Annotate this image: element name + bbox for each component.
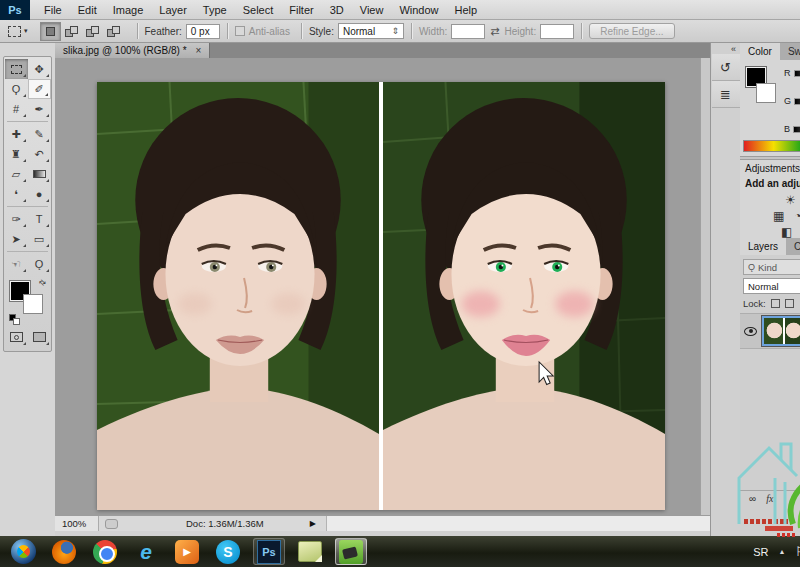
blush-left xyxy=(178,293,212,315)
style-select[interactable]: Normal ⇕ xyxy=(338,23,404,39)
portrait-before[interactable] xyxy=(97,82,379,510)
layer-thumbnail[interactable] xyxy=(762,316,800,346)
green-channel-label: G xyxy=(784,96,791,106)
tool-hand[interactable]: ☜ xyxy=(5,254,28,274)
zoom-level-field[interactable]: 100% xyxy=(55,516,99,531)
menu-3d[interactable]: 3D xyxy=(322,0,352,19)
exposure-icon[interactable]: ◧ xyxy=(781,224,792,238)
screen-mode-button[interactable] xyxy=(28,327,51,347)
tool-rectangle-shape[interactable]: ▭ xyxy=(28,229,51,249)
layer-filter-row[interactable]: Ǫ Kind xyxy=(743,259,800,275)
menu-type[interactable]: Type xyxy=(195,0,235,19)
new-selection-button[interactable] xyxy=(40,22,61,41)
menu-window[interactable]: Window xyxy=(391,0,446,19)
tool-spot-healing-brush[interactable]: ✚ xyxy=(5,124,28,144)
menu-file[interactable]: File xyxy=(36,0,70,19)
start-button[interactable] xyxy=(7,538,39,565)
taskbar-skype[interactable]: S xyxy=(212,538,244,565)
tool-clone-stamp[interactable]: ♜ xyxy=(5,144,28,164)
canvas-area[interactable] xyxy=(55,58,710,515)
layer-visibility-eye-icon[interactable] xyxy=(744,327,757,336)
menu-edit[interactable]: Edit xyxy=(70,0,105,19)
tab-swatches[interactable]: Swatches xyxy=(780,43,800,60)
tool-brush[interactable]: ✎ xyxy=(28,124,51,144)
brightness-contrast-icon[interactable]: ☀ xyxy=(785,192,796,208)
levels-icon[interactable]: ▦ xyxy=(773,208,784,224)
background-color-swatch[interactable] xyxy=(756,83,776,103)
taskbar-internet-explorer[interactable]: e xyxy=(130,538,162,565)
width-input[interactable] xyxy=(451,24,485,39)
refine-edge-button[interactable]: Refine Edge... xyxy=(589,23,674,39)
background-color-swatch[interactable] xyxy=(23,294,43,314)
tool-move[interactable]: ✥ xyxy=(28,59,51,79)
document-image[interactable] xyxy=(97,82,665,510)
tool-gradient[interactable] xyxy=(28,164,51,184)
taskbar-media-player[interactable]: ▶ xyxy=(171,538,203,565)
tool-rectangular-marquee[interactable] xyxy=(5,59,28,79)
taskbar-firefox[interactable] xyxy=(48,538,80,565)
tool-crop[interactable]: # xyxy=(5,99,28,119)
tab-layers[interactable]: Layers xyxy=(740,238,786,255)
antialias-checkbox[interactable] xyxy=(235,26,245,36)
tool-pen[interactable]: ✑ xyxy=(5,209,28,229)
curves-icon[interactable]: ◔ xyxy=(794,208,800,224)
taskbar-photoshop[interactable]: Ps xyxy=(253,538,285,565)
lock-transparency-icon[interactable] xyxy=(771,299,780,308)
tool-quick-selection[interactable]: ✐ xyxy=(28,79,51,99)
taskbar-capture-app[interactable] xyxy=(335,538,367,565)
tool-lasso[interactable]: Ϙ xyxy=(5,79,28,99)
taskbar-notes[interactable] xyxy=(294,538,326,565)
link-dimensions-icon[interactable]: ⇄ xyxy=(490,25,499,38)
subtract-selection-button[interactable] xyxy=(82,22,103,41)
menu-select[interactable]: Select xyxy=(235,0,282,19)
tool-path-selection[interactable]: ➤ xyxy=(5,229,28,249)
tool-eyedropper[interactable]: ✒ xyxy=(28,99,51,119)
close-icon[interactable]: × xyxy=(196,46,202,56)
tool-type[interactable]: T xyxy=(28,209,51,229)
properties-icon: ≣ xyxy=(720,87,731,102)
status-menu-arrow-icon[interactable]: ▶ xyxy=(310,519,316,528)
layer-style-fx-icon[interactable]: fx xyxy=(766,493,773,504)
lock-position-icon[interactable] xyxy=(785,299,794,308)
action-center-flag-icon[interactable]: ⚐ xyxy=(795,544,800,559)
blue-slider[interactable] xyxy=(793,126,800,133)
tool-blur[interactable]: ❛ xyxy=(5,184,28,204)
tool-history-brush[interactable]: ↶ xyxy=(28,144,51,164)
add-selection-button[interactable] xyxy=(61,22,82,41)
canvas-scrollbar[interactable] xyxy=(700,58,710,515)
tool-eraser[interactable]: ▱ xyxy=(5,164,28,184)
quick-mask-button[interactable] xyxy=(5,327,28,347)
menu-layer[interactable]: Layer xyxy=(151,0,195,19)
show-hidden-icons-arrow[interactable]: ▲ xyxy=(778,548,785,555)
menu-filter[interactable]: Filter xyxy=(281,0,321,19)
eye-glint xyxy=(501,264,503,266)
document-tab[interactable]: slika.jpg @ 100% (RGB/8) * × xyxy=(55,43,210,58)
layer-row-background[interactable] xyxy=(740,313,800,349)
link-layers-icon[interactable]: ∞ xyxy=(749,493,756,504)
tool-zoom[interactable]: Ǫ xyxy=(28,254,51,274)
taskbar-chrome[interactable] xyxy=(89,538,121,565)
eye-glint xyxy=(272,265,274,267)
color-spectrum-ramp[interactable] xyxy=(743,140,800,152)
portrait-after[interactable] xyxy=(383,82,665,510)
collapse-dock-icon[interactable]: « xyxy=(711,43,740,54)
menu-view[interactable]: View xyxy=(352,0,392,19)
menu-help[interactable]: Help xyxy=(447,0,486,19)
red-slider[interactable] xyxy=(794,70,800,77)
green-slider[interactable] xyxy=(794,98,800,105)
tool-preset-picker[interactable]: ▾ xyxy=(8,26,28,37)
history-panel-button[interactable]: ↺ xyxy=(712,54,740,81)
language-indicator[interactable]: SR xyxy=(753,546,768,558)
tool-palette: ✥ Ϙ ✐ # ✒ ✚ ✎ ♜ ↶ ▱ xyxy=(3,56,52,352)
default-colors-icon[interactable] xyxy=(9,314,20,325)
menu-image[interactable]: Image xyxy=(105,0,152,19)
height-input[interactable] xyxy=(540,24,574,39)
tab-color[interactable]: Color xyxy=(740,43,780,60)
properties-panel-button[interactable]: ≣ xyxy=(712,81,740,108)
blend-mode-select[interactable]: Normal xyxy=(743,278,800,294)
tab-channels[interactable]: Channels xyxy=(786,238,800,255)
swap-colors-icon[interactable]: ⇄ xyxy=(37,277,48,288)
tool-dodge[interactable]: ● xyxy=(28,184,51,204)
feather-input[interactable]: 0 px xyxy=(186,24,220,39)
intersect-selection-button[interactable] xyxy=(103,22,124,41)
